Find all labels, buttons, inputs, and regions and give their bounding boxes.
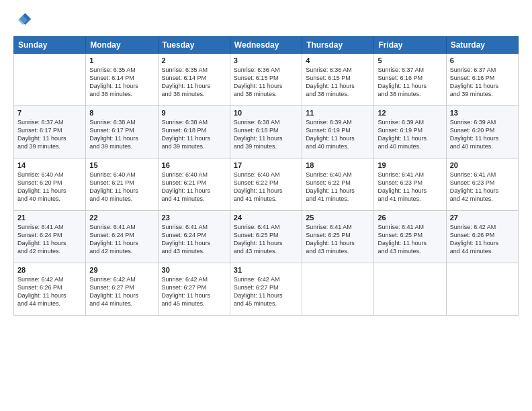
day-number: 26 xyxy=(378,214,442,222)
weekday-header-monday: Monday xyxy=(86,37,158,54)
day-info: Sunrise: 6:40 AM Sunset: 6:22 PM Dayligh… xyxy=(306,171,370,203)
day-info: Sunrise: 6:40 AM Sunset: 6:20 PM Dayligh… xyxy=(17,171,82,203)
header xyxy=(13,11,519,30)
calendar-cell: 21Sunrise: 6:41 AM Sunset: 6:24 PM Dayli… xyxy=(14,211,86,263)
day-info: Sunrise: 6:37 AM Sunset: 6:16 PM Dayligh… xyxy=(450,66,515,99)
calendar-cell: 11Sunrise: 6:39 AM Sunset: 6:19 PM Dayli… xyxy=(302,106,374,158)
calendar-cell: 2Sunrise: 6:35 AM Sunset: 6:14 PM Daylig… xyxy=(158,54,230,106)
calendar-cell: 5Sunrise: 6:37 AM Sunset: 6:16 PM Daylig… xyxy=(374,54,446,106)
day-number: 12 xyxy=(378,109,442,117)
day-info: Sunrise: 6:41 AM Sunset: 6:25 PM Dayligh… xyxy=(306,223,370,256)
weekday-header-row: SundayMondayTuesdayWednesdayThursdayFrid… xyxy=(14,37,519,54)
day-info: Sunrise: 6:35 AM Sunset: 6:14 PM Dayligh… xyxy=(162,66,226,99)
calendar-cell: 30Sunrise: 6:42 AM Sunset: 6:27 PM Dayli… xyxy=(158,263,230,316)
calendar-cell xyxy=(302,263,374,316)
calendar-week-row: 1Sunrise: 6:35 AM Sunset: 6:14 PM Daylig… xyxy=(14,54,519,106)
day-info: Sunrise: 6:41 AM Sunset: 6:25 PM Dayligh… xyxy=(234,223,298,256)
day-number: 22 xyxy=(89,214,154,222)
day-number: 14 xyxy=(17,161,82,169)
day-number: 9 xyxy=(162,109,226,117)
day-number: 18 xyxy=(306,161,370,169)
weekday-header-thursday: Thursday xyxy=(302,37,374,54)
calendar-table: SundayMondayTuesdayWednesdayThursdayFrid… xyxy=(13,36,519,316)
calendar-week-row: 21Sunrise: 6:41 AM Sunset: 6:24 PM Dayli… xyxy=(14,211,519,263)
day-number: 21 xyxy=(17,214,82,222)
day-number: 17 xyxy=(234,161,298,169)
day-info: Sunrise: 6:39 AM Sunset: 6:20 PM Dayligh… xyxy=(450,118,515,151)
day-number: 23 xyxy=(162,214,226,222)
weekday-header-tuesday: Tuesday xyxy=(158,37,230,54)
calendar-week-row: 14Sunrise: 6:40 AM Sunset: 6:20 PM Dayli… xyxy=(14,158,519,211)
day-info: Sunrise: 6:41 AM Sunset: 6:23 PM Dayligh… xyxy=(450,171,515,203)
page: SundayMondayTuesdayWednesdayThursdayFrid… xyxy=(0,0,532,411)
day-info: Sunrise: 6:41 AM Sunset: 6:25 PM Dayligh… xyxy=(378,223,442,256)
day-info: Sunrise: 6:35 AM Sunset: 6:14 PM Dayligh… xyxy=(89,66,154,99)
day-info: Sunrise: 6:41 AM Sunset: 6:24 PM Dayligh… xyxy=(89,223,154,256)
calendar-cell: 4Sunrise: 6:36 AM Sunset: 6:15 PM Daylig… xyxy=(302,54,374,106)
calendar-cell: 26Sunrise: 6:41 AM Sunset: 6:25 PM Dayli… xyxy=(374,211,446,263)
day-info: Sunrise: 6:38 AM Sunset: 6:18 PM Dayligh… xyxy=(162,118,226,151)
day-info: Sunrise: 6:40 AM Sunset: 6:21 PM Dayligh… xyxy=(162,171,226,203)
day-number: 7 xyxy=(17,109,82,117)
day-number: 24 xyxy=(234,214,298,222)
day-number: 11 xyxy=(306,109,370,117)
calendar-cell: 8Sunrise: 6:38 AM Sunset: 6:17 PM Daylig… xyxy=(86,106,158,158)
day-number: 3 xyxy=(234,56,298,64)
calendar-cell: 9Sunrise: 6:38 AM Sunset: 6:18 PM Daylig… xyxy=(158,106,230,158)
calendar-cell: 24Sunrise: 6:41 AM Sunset: 6:25 PM Dayli… xyxy=(230,211,302,263)
day-number: 27 xyxy=(450,214,515,222)
calendar-cell: 16Sunrise: 6:40 AM Sunset: 6:21 PM Dayli… xyxy=(158,158,230,211)
calendar-cell: 6Sunrise: 6:37 AM Sunset: 6:16 PM Daylig… xyxy=(446,54,518,106)
day-info: Sunrise: 6:36 AM Sunset: 6:15 PM Dayligh… xyxy=(306,66,370,99)
weekday-header-friday: Friday xyxy=(374,37,446,54)
calendar-cell: 14Sunrise: 6:40 AM Sunset: 6:20 PM Dayli… xyxy=(14,158,86,211)
day-info: Sunrise: 6:40 AM Sunset: 6:21 PM Dayligh… xyxy=(89,171,154,203)
calendar-cell: 29Sunrise: 6:42 AM Sunset: 6:27 PM Dayli… xyxy=(86,263,158,316)
day-number: 16 xyxy=(162,161,226,169)
logo-icon xyxy=(13,11,32,30)
day-info: Sunrise: 6:41 AM Sunset: 6:24 PM Dayligh… xyxy=(17,223,82,256)
day-number: 25 xyxy=(306,214,370,222)
day-info: Sunrise: 6:42 AM Sunset: 6:27 PM Dayligh… xyxy=(162,275,226,308)
calendar-cell xyxy=(14,54,86,106)
calendar-cell: 28Sunrise: 6:42 AM Sunset: 6:26 PM Dayli… xyxy=(14,263,86,316)
day-info: Sunrise: 6:38 AM Sunset: 6:17 PM Dayligh… xyxy=(89,118,154,151)
day-number: 13 xyxy=(450,109,515,117)
day-number: 4 xyxy=(306,56,370,64)
calendar-cell: 27Sunrise: 6:42 AM Sunset: 6:26 PM Dayli… xyxy=(446,211,518,263)
calendar-week-row: 28Sunrise: 6:42 AM Sunset: 6:26 PM Dayli… xyxy=(14,263,519,316)
day-number: 2 xyxy=(162,56,226,64)
day-info: Sunrise: 6:41 AM Sunset: 6:24 PM Dayligh… xyxy=(162,223,226,256)
day-number: 30 xyxy=(162,266,226,274)
calendar-cell: 25Sunrise: 6:41 AM Sunset: 6:25 PM Dayli… xyxy=(302,211,374,263)
day-info: Sunrise: 6:38 AM Sunset: 6:18 PM Dayligh… xyxy=(234,118,298,151)
logo xyxy=(13,11,35,30)
calendar-cell: 23Sunrise: 6:41 AM Sunset: 6:24 PM Dayli… xyxy=(158,211,230,263)
day-number: 29 xyxy=(89,266,154,274)
calendar-cell: 19Sunrise: 6:41 AM Sunset: 6:23 PM Dayli… xyxy=(374,158,446,211)
day-number: 20 xyxy=(450,161,515,169)
day-info: Sunrise: 6:42 AM Sunset: 6:27 PM Dayligh… xyxy=(89,275,154,308)
calendar-cell: 13Sunrise: 6:39 AM Sunset: 6:20 PM Dayli… xyxy=(446,106,518,158)
day-info: Sunrise: 6:39 AM Sunset: 6:19 PM Dayligh… xyxy=(378,118,442,151)
calendar-cell xyxy=(374,263,446,316)
day-info: Sunrise: 6:40 AM Sunset: 6:22 PM Dayligh… xyxy=(234,171,298,203)
calendar-cell: 20Sunrise: 6:41 AM Sunset: 6:23 PM Dayli… xyxy=(446,158,518,211)
weekday-header-saturday: Saturday xyxy=(446,37,518,54)
calendar-week-row: 7Sunrise: 6:37 AM Sunset: 6:17 PM Daylig… xyxy=(14,106,519,158)
calendar-cell: 7Sunrise: 6:37 AM Sunset: 6:17 PM Daylig… xyxy=(14,106,86,158)
day-number: 15 xyxy=(89,161,154,169)
day-number: 5 xyxy=(378,56,442,64)
calendar-cell: 18Sunrise: 6:40 AM Sunset: 6:22 PM Dayli… xyxy=(302,158,374,211)
calendar-cell: 31Sunrise: 6:42 AM Sunset: 6:27 PM Dayli… xyxy=(230,263,302,316)
day-info: Sunrise: 6:42 AM Sunset: 6:26 PM Dayligh… xyxy=(17,275,82,308)
day-number: 1 xyxy=(89,56,154,64)
day-info: Sunrise: 6:37 AM Sunset: 6:17 PM Dayligh… xyxy=(17,118,82,151)
day-info: Sunrise: 6:41 AM Sunset: 6:23 PM Dayligh… xyxy=(378,171,442,203)
day-info: Sunrise: 6:42 AM Sunset: 6:27 PM Dayligh… xyxy=(234,275,298,308)
weekday-header-sunday: Sunday xyxy=(14,37,86,54)
calendar-cell: 15Sunrise: 6:40 AM Sunset: 6:21 PM Dayli… xyxy=(86,158,158,211)
day-number: 8 xyxy=(89,109,154,117)
day-number: 31 xyxy=(234,266,298,274)
day-number: 28 xyxy=(17,266,82,274)
